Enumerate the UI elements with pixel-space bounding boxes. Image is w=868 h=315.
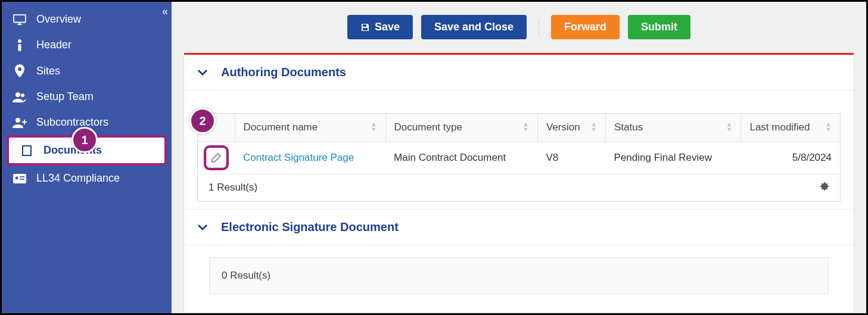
col-status[interactable]: Status▲▼ <box>606 114 741 142</box>
monitor-icon <box>13 14 27 25</box>
users-icon <box>13 92 27 102</box>
toolbar: Save Save and Close Forward Submit <box>172 2 866 52</box>
svg-rect-17 <box>363 24 366 27</box>
gear-icon[interactable] <box>820 182 829 191</box>
sidebar-item-label: Setup Team <box>36 91 94 103</box>
electronic-signature-title: Electronic Signature Document <box>221 220 399 234</box>
sidebar-item-label: Subcontractors <box>36 116 108 129</box>
last-modified-cell: 5/8/2024 <box>741 142 840 174</box>
col-edit <box>198 114 235 142</box>
svg-rect-16 <box>20 179 24 180</box>
id-card-icon <box>13 174 27 183</box>
col-last-modified[interactable]: Last modified▲▼ <box>741 114 840 142</box>
documents-table: Document name▲▼ Document type▲▼ Version▲… <box>197 113 841 202</box>
forward-button[interactable]: Forward <box>551 15 620 39</box>
save-close-button[interactable]: Save and Close <box>421 15 527 39</box>
save-button[interactable]: Save <box>347 15 413 39</box>
svg-rect-15 <box>20 176 24 177</box>
col-document-type[interactable]: Document type▲▼ <box>385 114 537 142</box>
submit-button[interactable]: Submit <box>628 15 690 39</box>
chevron-down-icon[interactable] <box>197 69 208 76</box>
signature-result-count: 0 Result(s) <box>222 270 270 281</box>
panel-title: Authoring Documents <box>221 66 346 79</box>
electronic-signature-header[interactable]: Electronic Signature Document <box>184 209 854 245</box>
col-document-name[interactable]: Document name▲▼ <box>235 114 385 142</box>
svg-point-6 <box>15 92 20 97</box>
sidebar-item-setup-team[interactable]: Setup Team <box>2 84 172 110</box>
svg-rect-18 <box>363 28 368 30</box>
sort-icon[interactable]: ▲▼ <box>371 121 377 132</box>
results-row: 1 Result(s) <box>198 174 840 201</box>
edit-row-button[interactable] <box>206 148 226 168</box>
document-name-link[interactable]: Contract Signature Page <box>243 152 354 163</box>
chevron-down-icon[interactable] <box>197 224 208 231</box>
authoring-documents-panel: Authoring Documents Document name▲▼ Docu… <box>183 52 854 313</box>
collapse-sidebar-icon[interactable]: « <box>162 5 166 18</box>
main-area: Save Save and Close Forward Submit Autho… <box>172 2 866 313</box>
sidebar-item-label: LL34 Compliance <box>36 172 120 185</box>
sidebar-item-ll34[interactable]: LL34 Compliance <box>2 166 172 191</box>
version-cell: V8 <box>537 142 605 174</box>
sort-icon[interactable]: ▲▼ <box>590 121 597 132</box>
sidebar-item-overview[interactable]: Overview <box>2 7 172 32</box>
sidebar: « Overview Header Sites Setup Team <box>2 2 172 313</box>
book-icon <box>20 145 34 157</box>
sidebar-item-label: Documents <box>43 144 102 157</box>
toolbar-divider <box>539 19 539 36</box>
info-icon <box>13 39 27 51</box>
sidebar-item-subcontractors[interactable]: Subcontractors <box>2 110 172 135</box>
svg-rect-12 <box>23 146 30 155</box>
sort-icon[interactable]: ▲▼ <box>726 121 733 132</box>
svg-point-14 <box>15 176 18 179</box>
user-plus-icon <box>13 117 27 128</box>
svg-point-8 <box>15 118 20 123</box>
sidebar-item-label: Overview <box>36 13 81 26</box>
col-version[interactable]: Version▲▼ <box>537 114 605 142</box>
sidebar-item-header[interactable]: Header <box>2 32 172 58</box>
status-cell: Pending Final Review <box>606 142 741 174</box>
pin-icon <box>13 64 27 77</box>
signature-results: 0 Result(s) <box>209 257 829 294</box>
sidebar-item-documents[interactable]: Documents <box>7 135 167 166</box>
sidebar-item-label: Header <box>36 39 71 51</box>
sort-icon[interactable]: ▲▼ <box>522 121 529 132</box>
save-disk-icon <box>360 23 370 32</box>
app-frame: « Overview Header Sites Setup Team <box>0 0 868 315</box>
sort-icon[interactable]: ▲▼ <box>825 121 832 132</box>
result-count: 1 Result(s) <box>209 182 257 193</box>
panel-header[interactable]: Authoring Documents <box>184 53 854 91</box>
svg-rect-0 <box>14 14 26 22</box>
svg-rect-4 <box>18 44 21 51</box>
svg-point-7 <box>21 93 24 97</box>
svg-point-5 <box>18 67 21 71</box>
svg-point-3 <box>18 39 21 43</box>
table-row: Contract Signature Page Main Contract Do… <box>198 142 840 174</box>
sidebar-item-label: Sites <box>36 65 60 77</box>
sidebar-item-sites[interactable]: Sites <box>2 58 172 84</box>
document-type-cell: Main Contract Document <box>385 142 537 174</box>
